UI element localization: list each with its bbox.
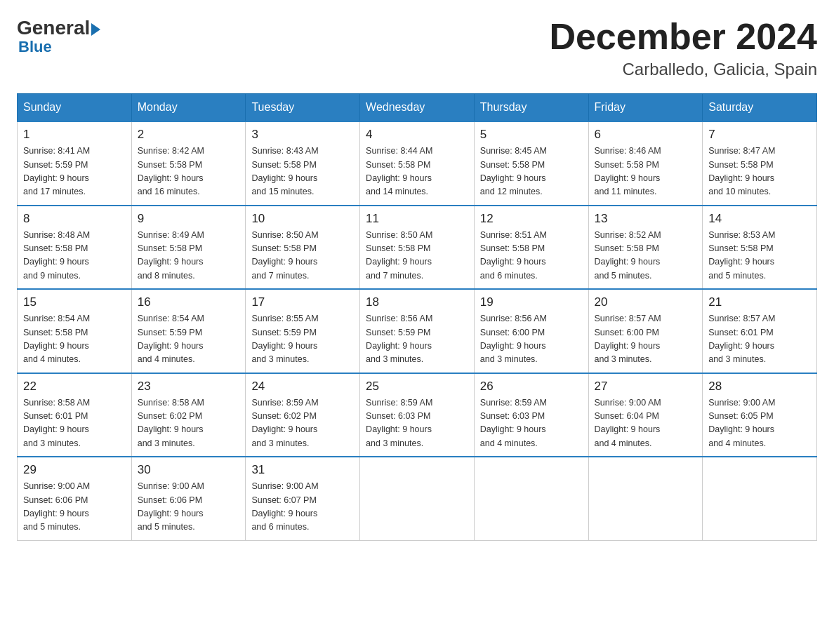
day-info: Sunrise: 8:59 AM Sunset: 6:03 PM Dayligh… (366, 396, 468, 451)
day-number: 26 (480, 380, 583, 394)
day-number: 3 (251, 128, 354, 142)
day-number: 11 (366, 212, 468, 226)
day-info: Sunrise: 8:56 AM Sunset: 6:00 PM Dayligh… (480, 312, 583, 367)
header-sunday: Sunday (18, 94, 132, 122)
day-number: 7 (708, 128, 811, 142)
day-info: Sunrise: 8:48 AM Sunset: 5:58 PM Dayligh… (23, 229, 126, 283)
calendar-cell: 22Sunrise: 8:58 AM Sunset: 6:01 PM Dayli… (18, 373, 132, 457)
calendar-cell (703, 457, 817, 540)
day-number: 13 (595, 212, 697, 226)
day-number: 19 (480, 295, 583, 309)
day-info: Sunrise: 8:59 AM Sunset: 6:03 PM Dayligh… (480, 396, 583, 451)
day-number: 21 (708, 295, 811, 309)
calendar-cell (360, 457, 475, 540)
day-info: Sunrise: 8:50 AM Sunset: 5:58 PM Dayligh… (251, 229, 354, 283)
month-title: December 2024 (549, 17, 817, 57)
calendar-cell: 1Sunrise: 8:41 AM Sunset: 5:59 PM Daylig… (18, 121, 132, 206)
calendar-cell: 25Sunrise: 8:59 AM Sunset: 6:03 PM Dayli… (360, 373, 475, 457)
logo-blue-text: Blue (18, 38, 100, 56)
calendar-cell: 12Sunrise: 8:51 AM Sunset: 5:58 PM Dayli… (474, 206, 588, 290)
day-number: 2 (138, 128, 240, 142)
calendar-cell (588, 457, 703, 540)
day-info: Sunrise: 8:42 AM Sunset: 5:58 PM Dayligh… (138, 145, 240, 199)
day-info: Sunrise: 8:45 AM Sunset: 5:58 PM Dayligh… (480, 145, 583, 199)
day-info: Sunrise: 9:00 AM Sunset: 6:05 PM Dayligh… (708, 396, 811, 451)
calendar-week-4: 22Sunrise: 8:58 AM Sunset: 6:01 PM Dayli… (18, 373, 817, 457)
calendar-cell: 14Sunrise: 8:53 AM Sunset: 5:58 PM Dayli… (703, 206, 817, 290)
logo-general-text: General (17, 17, 90, 39)
day-info: Sunrise: 9:00 AM Sunset: 6:06 PM Dayligh… (23, 480, 126, 535)
calendar-body: 1Sunrise: 8:41 AM Sunset: 5:59 PM Daylig… (18, 121, 817, 540)
calendar-cell: 31Sunrise: 9:00 AM Sunset: 6:07 PM Dayli… (246, 457, 360, 540)
day-info: Sunrise: 8:51 AM Sunset: 5:58 PM Dayligh… (480, 229, 583, 283)
header-friday: Friday (588, 94, 703, 122)
calendar-cell: 8Sunrise: 8:48 AM Sunset: 5:58 PM Daylig… (18, 206, 132, 290)
day-info: Sunrise: 8:49 AM Sunset: 5:58 PM Dayligh… (138, 229, 240, 283)
header-thursday: Thursday (474, 94, 588, 122)
day-number: 12 (480, 212, 583, 226)
day-info: Sunrise: 8:58 AM Sunset: 6:01 PM Dayligh… (23, 396, 126, 451)
day-number: 15 (23, 295, 126, 309)
day-number: 5 (480, 128, 583, 142)
day-number: 28 (708, 380, 811, 394)
calendar-week-2: 8Sunrise: 8:48 AM Sunset: 5:58 PM Daylig… (18, 206, 817, 290)
day-info: Sunrise: 8:57 AM Sunset: 6:01 PM Dayligh… (708, 312, 811, 367)
day-info: Sunrise: 8:56 AM Sunset: 5:59 PM Dayligh… (366, 312, 468, 367)
day-info: Sunrise: 9:00 AM Sunset: 6:07 PM Dayligh… (251, 480, 354, 535)
day-info: Sunrise: 8:55 AM Sunset: 5:59 PM Dayligh… (251, 312, 354, 367)
calendar-cell: 21Sunrise: 8:57 AM Sunset: 6:01 PM Dayli… (703, 289, 817, 373)
calendar-cell (474, 457, 588, 540)
calendar-cell: 5Sunrise: 8:45 AM Sunset: 5:58 PM Daylig… (474, 121, 588, 206)
day-number: 29 (23, 463, 126, 477)
calendar-cell: 13Sunrise: 8:52 AM Sunset: 5:58 PM Dayli… (588, 206, 703, 290)
calendar-week-5: 29Sunrise: 9:00 AM Sunset: 6:06 PM Dayli… (18, 457, 817, 540)
calendar-cell: 11Sunrise: 8:50 AM Sunset: 5:58 PM Dayli… (360, 206, 475, 290)
calendar-cell: 16Sunrise: 8:54 AM Sunset: 5:59 PM Dayli… (131, 289, 246, 373)
day-info: Sunrise: 8:53 AM Sunset: 5:58 PM Dayligh… (708, 229, 811, 283)
page-header: General Blue December 2024 Carballedo, G… (17, 17, 817, 79)
day-info: Sunrise: 8:50 AM Sunset: 5:58 PM Dayligh… (366, 229, 468, 283)
calendar-cell: 20Sunrise: 8:57 AM Sunset: 6:00 PM Dayli… (588, 289, 703, 373)
day-number: 16 (138, 295, 240, 309)
day-number: 14 (708, 212, 811, 226)
header-wednesday: Wednesday (360, 94, 475, 122)
calendar-table: SundayMondayTuesdayWednesdayThursdayFrid… (17, 93, 817, 541)
day-info: Sunrise: 8:59 AM Sunset: 6:02 PM Dayligh… (251, 396, 354, 451)
calendar-week-1: 1Sunrise: 8:41 AM Sunset: 5:59 PM Daylig… (18, 121, 817, 206)
calendar-header-row: SundayMondayTuesdayWednesdayThursdayFrid… (18, 94, 817, 122)
calendar-cell: 26Sunrise: 8:59 AM Sunset: 6:03 PM Dayli… (474, 373, 588, 457)
day-number: 24 (251, 380, 354, 394)
calendar-cell: 30Sunrise: 9:00 AM Sunset: 6:06 PM Dayli… (131, 457, 246, 540)
day-info: Sunrise: 8:46 AM Sunset: 5:58 PM Dayligh… (595, 145, 697, 199)
calendar-cell: 27Sunrise: 9:00 AM Sunset: 6:04 PM Dayli… (588, 373, 703, 457)
calendar-cell: 9Sunrise: 8:49 AM Sunset: 5:58 PM Daylig… (131, 206, 246, 290)
calendar-cell: 15Sunrise: 8:54 AM Sunset: 5:58 PM Dayli… (18, 289, 132, 373)
header-monday: Monday (131, 94, 246, 122)
day-info: Sunrise: 8:41 AM Sunset: 5:59 PM Dayligh… (23, 145, 126, 199)
location-title: Carballedo, Galicia, Spain (549, 60, 817, 79)
day-number: 8 (23, 212, 126, 226)
calendar-cell: 6Sunrise: 8:46 AM Sunset: 5:58 PM Daylig… (588, 121, 703, 206)
calendar-week-3: 15Sunrise: 8:54 AM Sunset: 5:58 PM Dayli… (18, 289, 817, 373)
title-section: December 2024 Carballedo, Galicia, Spain (549, 17, 817, 79)
calendar-cell: 3Sunrise: 8:43 AM Sunset: 5:58 PM Daylig… (246, 121, 360, 206)
calendar-cell: 23Sunrise: 8:58 AM Sunset: 6:02 PM Dayli… (131, 373, 246, 457)
day-number: 4 (366, 128, 468, 142)
day-info: Sunrise: 8:58 AM Sunset: 6:02 PM Dayligh… (138, 396, 240, 451)
calendar-cell: 10Sunrise: 8:50 AM Sunset: 5:58 PM Dayli… (246, 206, 360, 290)
logo: General Blue (17, 17, 100, 56)
calendar-cell: 24Sunrise: 8:59 AM Sunset: 6:02 PM Dayli… (246, 373, 360, 457)
day-number: 6 (595, 128, 697, 142)
day-number: 1 (23, 128, 126, 142)
day-number: 10 (251, 212, 354, 226)
day-info: Sunrise: 8:54 AM Sunset: 5:59 PM Dayligh… (138, 312, 240, 367)
day-info: Sunrise: 8:43 AM Sunset: 5:58 PM Dayligh… (251, 145, 354, 199)
day-number: 31 (251, 463, 354, 477)
day-number: 25 (366, 380, 468, 394)
day-info: Sunrise: 8:47 AM Sunset: 5:58 PM Dayligh… (708, 145, 811, 199)
day-number: 20 (595, 295, 697, 309)
logo-arrow-icon (91, 23, 100, 36)
header-tuesday: Tuesday (246, 94, 360, 122)
calendar-cell: 29Sunrise: 9:00 AM Sunset: 6:06 PM Dayli… (18, 457, 132, 540)
day-info: Sunrise: 8:44 AM Sunset: 5:58 PM Dayligh… (366, 145, 468, 199)
